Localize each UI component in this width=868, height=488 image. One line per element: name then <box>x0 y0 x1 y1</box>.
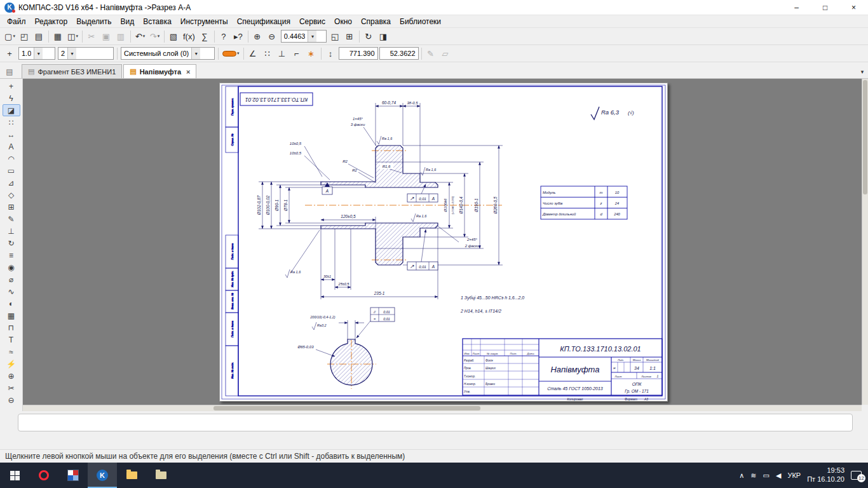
chevron-down-icon[interactable]: ▾ <box>67 48 76 59</box>
cut-button[interactable]: ✂ <box>85 29 99 43</box>
save-button[interactable]: ▤ <box>32 29 46 43</box>
tab-scroll-icon[interactable]: ▾ <box>857 65 868 78</box>
help-button[interactable]: ? <box>217 29 231 43</box>
vertical-scrollbar[interactable] <box>862 79 868 405</box>
tool-wave[interactable]: ≈ <box>3 346 20 358</box>
variables-button[interactable]: f(x) <box>181 29 198 43</box>
tool-mesh[interactable]: ▦ <box>3 309 20 322</box>
menu-item[interactable]: Окно <box>330 16 356 27</box>
cursor-step-combo[interactable]: 1.0 ▾ <box>18 47 55 60</box>
undo-button[interactable]: ↶▾ <box>133 29 147 43</box>
copy-button[interactable]: ▣ <box>99 29 114 43</box>
drawing-sheet[interactable]: Перв. примен. Справ. № Подп. и дата Инв.… <box>219 83 668 402</box>
zoom-all-button[interactable]: ⊞ <box>342 29 357 43</box>
maximize-button[interactable]: □ <box>811 0 839 15</box>
tool-spline[interactable]: ϟ <box>3 92 20 104</box>
grid-step-combo[interactable]: 2 ▾ <box>58 47 114 60</box>
chevron-down-icon[interactable]: ▾ <box>191 48 200 59</box>
open-button[interactable]: ◰ <box>17 29 32 43</box>
tool-layers[interactable]: ≡ <box>3 249 20 261</box>
taskbar-folder-button[interactable] <box>146 463 175 488</box>
zoom-in-button[interactable]: ⊕ <box>250 29 265 43</box>
menu-item[interactable]: Редактор <box>31 16 72 27</box>
snaps-button[interactable]: ∗ <box>304 46 319 60</box>
drawing-canvas[interactable]: Перв. примен. Справ. № Подп. и дата Инв.… <box>23 79 862 405</box>
document-icon[interactable]: ▤ <box>3 65 17 78</box>
zoom-out-button[interactable]: ⊖ <box>265 29 280 43</box>
angle-snap-button[interactable]: ∠ <box>246 46 261 60</box>
start-button[interactable] <box>0 463 29 488</box>
grid-button[interactable]: ∷ <box>261 46 275 60</box>
taskbar-kompas-logo-button[interactable] <box>58 463 88 488</box>
tool-circle[interactable]: ◉ <box>3 261 20 273</box>
y-coordinate-field[interactable]: 52.3622 <box>379 47 419 60</box>
volume-icon[interactable]: ◀ <box>776 471 781 480</box>
line-style-button[interactable]: ▾ <box>220 46 241 60</box>
library-manager-button[interactable]: ▧ <box>166 29 181 43</box>
redo-button[interactable]: ↷▾ <box>147 29 162 43</box>
chevron-down-icon[interactable]: ▾ <box>308 30 316 42</box>
menu-item[interactable]: Инструменты <box>176 16 233 27</box>
macro-button[interactable]: ∑ <box>198 29 212 43</box>
chevron-down-icon[interactable]: ▾ <box>34 48 43 59</box>
taskbar-explorer-button[interactable] <box>117 463 146 488</box>
tool-dimensions[interactable]: ↔ <box>3 128 20 140</box>
phantom-button[interactable]: ✎ <box>424 46 438 60</box>
new-document-button[interactable]: ▢▾ <box>3 29 17 43</box>
menu-item[interactable]: Справка <box>356 16 395 27</box>
action-center-icon[interactable]: 12 <box>851 471 862 480</box>
tool-pan[interactable]: + <box>3 80 20 92</box>
taskbar-kompas-app-button[interactable]: K <box>88 463 117 488</box>
clock[interactable]: 19:53 Пт 16.10.20 <box>807 466 844 484</box>
tab-fragment[interactable]: ▤ Фрагмент БЕЗ ИМЕНИ1 <box>22 64 122 78</box>
tool-arc[interactable]: ◠ <box>3 152 20 165</box>
menu-item[interactable]: Файл <box>3 16 31 27</box>
tool-text[interactable]: A <box>3 140 20 152</box>
menu-item[interactable]: Спецификация <box>233 16 295 27</box>
tool-rotate[interactable]: ↻ <box>3 237 20 249</box>
x-coordinate-field[interactable]: 771.390 <box>339 47 378 60</box>
menu-item[interactable]: Вставка <box>139 16 176 27</box>
layer-combo[interactable]: Системный слой (0) ▾ <box>121 47 215 60</box>
tool-bracket[interactable]: ⊓ <box>3 322 20 334</box>
refresh-view-button[interactable]: ↻ <box>362 29 376 43</box>
tab-napivmufta[interactable]: ▤ Напівмуфта × <box>123 64 196 78</box>
tool-edit[interactable]: ✎ <box>3 213 20 225</box>
menu-item[interactable]: Вид <box>116 16 139 27</box>
close-tab-icon[interactable]: × <box>186 68 190 76</box>
hidden-icons-chevron[interactable]: ∧ <box>739 471 744 480</box>
tool-half-view[interactable]: ◐ <box>3 297 20 309</box>
tool-ortho[interactable]: ⊥ <box>3 225 20 237</box>
tool-table[interactable]: ▭ <box>3 165 20 177</box>
corner-button[interactable]: ⌐ <box>290 46 304 60</box>
zoom-selection-button[interactable]: ◱ <box>328 29 342 43</box>
menu-item[interactable]: Выделить <box>72 16 116 27</box>
layout-button[interactable]: ▱ <box>438 46 453 60</box>
property-panel[interactable] <box>18 414 853 431</box>
tool-curve[interactable]: ∿ <box>3 285 20 297</box>
tool-angle[interactable]: ⊿ <box>3 177 20 189</box>
print-preview-button[interactable]: ◫▾ <box>65 29 80 43</box>
print-button[interactable]: ▦ <box>51 29 65 43</box>
tool-diameter[interactable]: ⌀ <box>3 273 20 285</box>
scrollbar-thumb[interactable] <box>863 80 867 194</box>
tool-insert[interactable]: ⊕ <box>3 370 20 382</box>
paste-button[interactable]: ▥ <box>114 29 128 43</box>
scrollbar-thumb[interactable] <box>214 406 480 410</box>
context-help-button[interactable]: ▸? <box>231 29 246 43</box>
tool-trim[interactable]: ✂ <box>3 382 20 394</box>
tool-typography[interactable]: T <box>3 334 20 346</box>
drawing-svg[interactable]: Перв. примен. Справ. № Подп. и дата Инв.… <box>219 83 668 402</box>
horizontal-scrollbar[interactable] <box>23 405 862 411</box>
network-icon[interactable]: ≋ <box>750 471 756 480</box>
tool-erase[interactable]: ⊖ <box>3 394 20 406</box>
close-button[interactable]: × <box>839 0 868 15</box>
language-indicator[interactable]: УКР <box>787 471 801 479</box>
battery-icon[interactable]: ▭ <box>763 471 770 480</box>
menu-item[interactable]: Сервис <box>295 16 330 27</box>
minimize-button[interactable]: – <box>782 0 811 15</box>
taskbar-opera-button[interactable] <box>29 463 58 488</box>
move-view-button[interactable]: + <box>3 46 17 60</box>
tool-geometry[interactable]: ◪ <box>3 104 20 116</box>
ortho-button[interactable]: ⊥ <box>275 46 290 60</box>
